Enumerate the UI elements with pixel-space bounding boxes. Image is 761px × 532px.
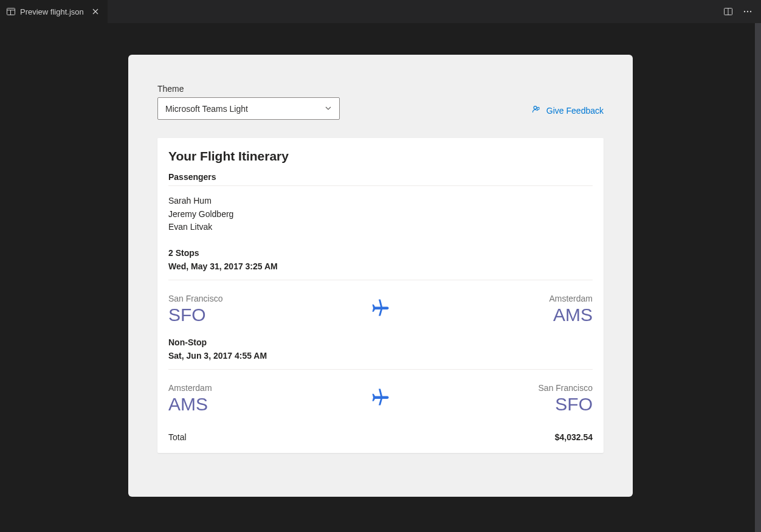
scrollbar-thumb[interactable]: [755, 23, 761, 532]
leg-from: Amsterdam AMS: [168, 383, 362, 414]
feedback-icon: [532, 105, 542, 116]
flight-leg-2: Amsterdam AMS San Francisco SFO: [168, 370, 593, 425]
split-editor-icon[interactable]: [721, 4, 735, 19]
tab-bar: Preview flight.json: [0, 0, 761, 23]
close-icon[interactable]: [89, 5, 102, 18]
leg-to: San Francisco SFO: [399, 383, 593, 414]
feedback-label: Give Feedback: [546, 106, 604, 116]
from-code: AMS: [168, 394, 362, 414]
tab-title: Preview flight.json: [20, 7, 84, 16]
more-actions-icon[interactable]: [740, 4, 755, 19]
preview-icon: [6, 7, 16, 16]
from-city: Amsterdam: [168, 383, 362, 393]
flight-stops: 2 Stops: [168, 246, 593, 260]
total-label: Total: [168, 432, 187, 442]
theme-selected-value: Microsoft Teams Light: [165, 104, 248, 114]
chevron-down-icon: [325, 104, 332, 114]
flight-header-1: 2 Stops Wed, May 31, 2017 3:25 AM: [168, 246, 593, 280]
leg-from: San Francisco SFO: [168, 294, 362, 325]
passengers-list: Sarah Hum Jeremy Goldberg Evan Litvak: [168, 186, 593, 246]
to-code: SFO: [399, 394, 593, 414]
passenger-item: Evan Litvak: [168, 221, 593, 234]
preview-panel: Theme Microsoft Teams Light: [128, 55, 633, 497]
total-amount: $4,032.54: [555, 432, 593, 442]
svg-point-8: [747, 11, 748, 12]
leg-to: Amsterdam AMS: [399, 294, 593, 325]
flight-header-2: Non-Stop Sat, Jun 3, 2017 4:55 AM: [168, 336, 593, 370]
svg-point-7: [744, 11, 745, 12]
passenger-item: Jeremy Goldberg: [168, 208, 593, 221]
theme-section: Theme Microsoft Teams Light: [157, 84, 340, 120]
airplane-icon: [370, 399, 391, 410]
from-city: San Francisco: [168, 294, 362, 303]
theme-dropdown[interactable]: Microsoft Teams Light: [157, 97, 340, 120]
flight-datetime: Sat, Jun 3, 2017 4:55 AM: [168, 349, 593, 362]
to-city: San Francisco: [399, 383, 593, 393]
svg-point-9: [750, 11, 751, 12]
give-feedback-link[interactable]: Give Feedback: [532, 105, 604, 116]
passengers-header: Passengers: [168, 172, 593, 186]
to-code: AMS: [399, 305, 593, 325]
tab-preview-flight[interactable]: Preview flight.json: [0, 0, 108, 23]
content-area: Theme Microsoft Teams Light: [0, 23, 761, 532]
svg-point-10: [534, 106, 537, 109]
leg-center: [362, 297, 399, 321]
scrollbar[interactable]: [755, 23, 761, 532]
to-city: Amsterdam: [399, 294, 593, 303]
airplane-icon: [370, 310, 391, 320]
flight-datetime: Wed, May 31, 2017 3:25 AM: [168, 260, 593, 273]
leg-center: [362, 386, 399, 410]
itinerary-card: Your Flight Itinerary Passengers Sarah H…: [157, 138, 604, 453]
card-title: Your Flight Itinerary: [168, 149, 593, 164]
from-code: SFO: [168, 305, 362, 325]
panel-header: Theme Microsoft Teams Light: [157, 84, 604, 120]
flight-leg-1: San Francisco SFO Amsterdam AMS: [168, 280, 593, 336]
tab-actions: [721, 4, 755, 19]
theme-label: Theme: [157, 84, 340, 94]
total-row: Total $4,032.54: [168, 425, 593, 442]
flight-stops: Non-Stop: [168, 336, 593, 349]
passenger-item: Sarah Hum: [168, 195, 593, 208]
